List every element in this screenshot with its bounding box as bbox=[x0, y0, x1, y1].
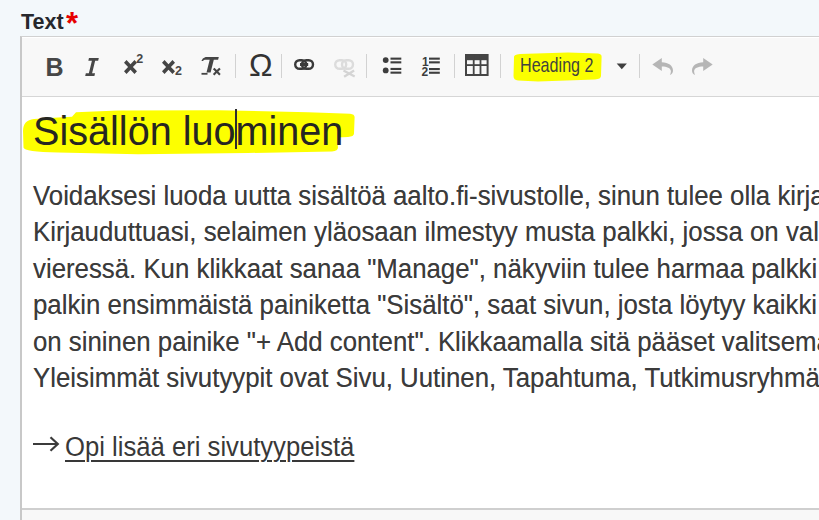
svg-text:2: 2 bbox=[421, 65, 428, 77]
